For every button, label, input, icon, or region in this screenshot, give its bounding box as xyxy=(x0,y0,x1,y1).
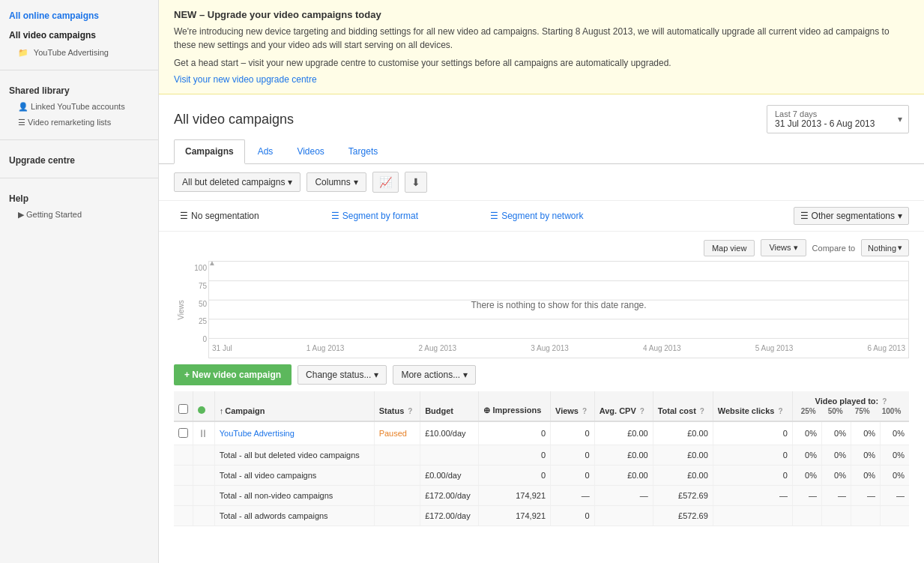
sidebar: All online campaigns All video campaigns… xyxy=(0,0,159,563)
banner-link[interactable]: Visit your new video upgrade centre xyxy=(174,74,317,85)
toolbar: All but deleted campaigns ▾ Columns ▾ 📈 … xyxy=(159,164,924,201)
total-row-nonvideo: Total - all non-video campaigns £172.00/… xyxy=(174,486,909,506)
row-campaign-cell[interactable]: YouTube Advertising xyxy=(214,421,374,445)
chart-inner: ▲ There is nothing to show for this date… xyxy=(208,261,909,358)
tab-targets[interactable]: Targets xyxy=(337,139,389,163)
total-cost-help-icon[interactable]: ? xyxy=(700,407,704,415)
row-v100-cell: 0% xyxy=(881,421,909,445)
sidebar-item-all-online[interactable]: All online campaigns xyxy=(0,6,158,25)
status-help-icon[interactable]: ? xyxy=(408,407,412,415)
row-checkbox[interactable] xyxy=(178,428,188,438)
pause-icon: ⏸ xyxy=(198,427,208,439)
banner-body2: Get a head start – visit your new upgrad… xyxy=(174,56,909,70)
segmentation-bar: ☰ No segmentation ☰ Segment by format ☰ … xyxy=(159,201,924,232)
row-impressions-cell: 0 xyxy=(479,421,551,445)
seg-by-format[interactable]: ☰ Segment by format xyxy=(325,208,424,224)
map-view-button[interactable]: Map view xyxy=(704,240,755,256)
sidebar-item-all-video[interactable]: All video campaigns xyxy=(0,25,158,45)
main-content: NEW – Upgrade your video campaigns today… xyxy=(159,0,924,563)
columns-dropdown[interactable]: Columns ▾ xyxy=(307,172,366,192)
tab-campaigns[interactable]: Campaigns xyxy=(174,139,245,164)
menu-icon: ☰ xyxy=(331,211,339,221)
th-campaign[interactable]: ↑ Campaign xyxy=(214,391,374,421)
sidebar-linked-yt[interactable]: 👤 Linked YouTube accounts xyxy=(0,99,158,115)
y-axis-ticks: 100 75 50 25 0 xyxy=(187,261,208,358)
shared-library-title: Shared library xyxy=(0,79,158,99)
row-checkbox-cell[interactable] xyxy=(174,421,193,445)
sidebar-getting-started[interactable]: ▶ Getting Started xyxy=(0,207,158,223)
sidebar-label-all-video: All video campaigns xyxy=(9,30,96,40)
chart-area: Map view Views ▾ Compare to Nothing ▾ Vi… xyxy=(159,232,924,358)
more-actions-dropdown[interactable]: More actions... ▾ xyxy=(393,365,476,385)
th-total-cost: Total cost ? xyxy=(653,391,713,421)
total-label-video: Total - all video campaigns xyxy=(214,466,374,486)
upgrade-centre-title: Upgrade centre xyxy=(0,149,158,169)
row-v75-cell: 0% xyxy=(851,421,881,445)
date-label: Last 7 days xyxy=(775,109,886,118)
row-budget-cell: £10.00/day xyxy=(420,421,479,445)
filter-dropdown[interactable]: All but deleted campaigns ▾ xyxy=(174,172,301,192)
page-header: All video campaigns Last 7 days 31 Jul 2… xyxy=(159,94,924,139)
person-icon: 👤 xyxy=(18,102,31,111)
list-icon: ☰ xyxy=(18,118,28,127)
total-label-adwords: Total - all adwords campaigns xyxy=(214,506,374,526)
tab-ads[interactable]: Ads xyxy=(247,139,285,163)
total-label-deleted: Total - all but deleted video campaigns xyxy=(214,445,374,466)
th-status-dot xyxy=(193,391,215,421)
chart-no-data-text: There is nothing to show for this date r… xyxy=(471,300,646,310)
banner-body1: We're introducing new device targeting a… xyxy=(174,25,909,52)
page-title: All video campaigns xyxy=(174,112,294,127)
new-campaign-button[interactable]: + New video campaign xyxy=(174,364,292,385)
row-status-dot-cell: ⏸ xyxy=(193,421,215,445)
change-status-dropdown[interactable]: Change status... ▾ xyxy=(298,365,387,385)
seg-other-dropdown[interactable]: ☰ Other segmentations ▾ xyxy=(794,207,909,225)
chart-icon-button[interactable]: 📈 xyxy=(372,172,399,193)
tab-bar: Campaigns Ads Videos Targets xyxy=(159,139,924,164)
website-clicks-help-icon[interactable]: ? xyxy=(778,407,782,415)
table-row: ⏸ YouTube Advertising Paused £10.00/day … xyxy=(174,421,909,445)
chevron-down-icon: ▾ xyxy=(288,177,292,187)
th-website-clicks: Website clicks ? xyxy=(713,391,792,421)
plus-icon: ⊕ xyxy=(483,406,492,415)
tab-videos[interactable]: Videos xyxy=(286,139,335,163)
compare-label: Compare to xyxy=(812,244,855,253)
sidebar-item-yt-advertising[interactable]: 📁 YouTube Advertising xyxy=(0,45,158,61)
avg-cpv-help-icon[interactable]: ? xyxy=(640,407,644,415)
video-played-help-icon[interactable]: ? xyxy=(882,397,887,406)
date-range-dropdown[interactable]: Last 7 days 31 Jul 2013 - 6 Aug 2013 ▾ xyxy=(767,105,909,133)
line-chart-icon: 📈 xyxy=(379,176,392,188)
chevron-down-icon: ▾ xyxy=(463,370,468,380)
status-indicator xyxy=(198,406,205,414)
date-range: 31 Jul 2013 - 6 Aug 2013 xyxy=(775,118,886,129)
th-select-all[interactable] xyxy=(174,391,193,421)
table-header-row: ↑ Campaign Status ? Budget ⊕ Impressions… xyxy=(174,391,909,421)
row-avg-cpv-cell: £0.00 xyxy=(594,421,653,445)
views-dropdown[interactable]: Views ▾ xyxy=(761,239,806,256)
row-status-cell: Paused xyxy=(374,421,420,445)
row-total-cost-cell: £0.00 xyxy=(653,421,713,445)
upgrade-banner: NEW – Upgrade your video campaigns today… xyxy=(159,0,924,94)
select-all-checkbox[interactable] xyxy=(178,404,188,414)
menu-icon: ☰ xyxy=(800,211,809,221)
columns-label: Columns xyxy=(315,177,350,187)
sidebar-remarketing[interactable]: ☰ Video remarketing lists xyxy=(0,115,158,130)
chevron-down-icon: ▾ xyxy=(898,243,902,253)
seg-no-segmentation[interactable]: ☰ No segmentation xyxy=(174,208,265,224)
compare-nothing-dropdown[interactable]: Nothing ▾ xyxy=(861,239,909,256)
th-budget: Budget xyxy=(420,391,479,421)
download-button[interactable]: ⬇ xyxy=(405,172,427,193)
action-bar: + New video campaign Change status... ▾ … xyxy=(159,358,924,391)
folder-icon: 📁 xyxy=(18,48,28,57)
arrow-icon: ▶ xyxy=(18,210,26,219)
chart-wrapper: Views 100 75 50 25 0 ▲ xyxy=(174,261,909,358)
chevron-down-icon: ▾ xyxy=(898,114,902,124)
total-row-deleted: Total - all but deleted video campaigns … xyxy=(174,445,909,466)
seg-by-network[interactable]: ☰ Segment by network xyxy=(484,208,589,224)
total-label-nonvideo: Total - all non-video campaigns xyxy=(214,486,374,506)
download-icon: ⬇ xyxy=(411,176,420,188)
views-help-icon[interactable]: ? xyxy=(582,407,587,415)
banner-headline: NEW – Upgrade your video campaigns today xyxy=(174,9,909,20)
chevron-down-icon: ▾ xyxy=(898,211,902,221)
total-row-video: Total - all video campaigns £0.00/day 0 … xyxy=(174,466,909,486)
sort-up-icon: ↑ xyxy=(220,406,224,415)
